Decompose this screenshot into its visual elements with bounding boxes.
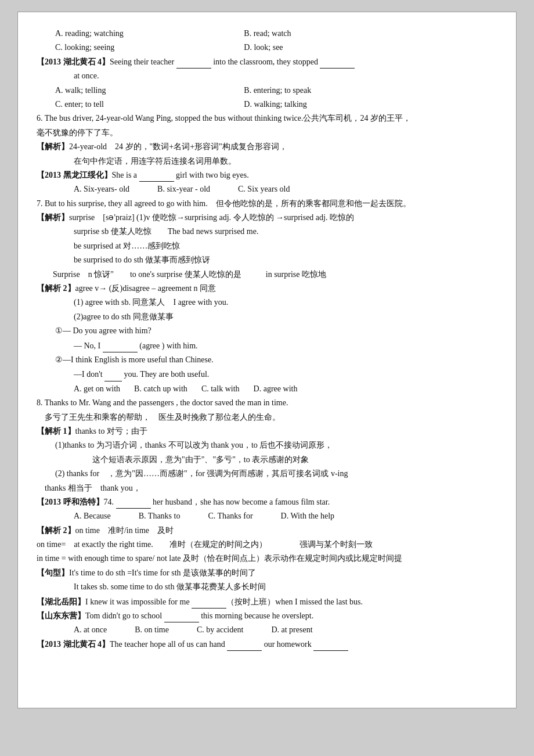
blank-10 <box>313 650 348 651</box>
blank-1 <box>176 68 211 69</box>
question-6-cont: 毫不犹豫的停下了车。 <box>37 127 497 139</box>
analysis-thanks-title: 【解析 1】thanks to 对亏；由于 <box>37 425 497 438</box>
analysis-thanks-1: (1)thanks to 为习语介词，thanks 不可以改为 thank yo… <box>37 439 497 452</box>
analysis-24-year-old: 【解析】24-year-old 24 岁的，"数词+名词+形容词"构成复合形容词… <box>37 141 497 153</box>
bracket-sentence: 【句型】 <box>37 568 69 577</box>
option-a-4: A. get on with <box>74 383 120 395</box>
analysis-24-detail: 在句中作定语，用连字符后连接名词用单数。 <box>37 155 497 168</box>
bracket-2013-hubei: 【2013 湖北黄石 4】 <box>37 57 110 66</box>
blank-2 <box>320 68 355 69</box>
analysis-2-agree-title: 【解析 2】agree v→ (反)disagree – agreement n… <box>37 282 497 295</box>
analysis-2-on-time: 【解析 2】on time 准时/in time 及时 <box>37 524 497 537</box>
question-2013-heilongjiang: 【2013 黑龙江绥化】She is a girl with two big e… <box>37 169 497 182</box>
question-8: 8. Thanks to Mr. Wang and the passengers… <box>37 397 497 409</box>
bracket-surprise: 【解析】 <box>37 213 69 222</box>
options-line-1: A. reading; watching B. read; watch <box>37 27 497 40</box>
option-d-6: D. at present <box>271 624 312 636</box>
analysis-agree-example1-ans: — No, I (agree ) with him. <box>37 339 497 352</box>
bracket-analysis: 【解析】 <box>37 142 69 151</box>
at-once: at once. <box>37 70 497 82</box>
analysis-agree-example2: ②—I think English is more useful than Ch… <box>37 354 497 366</box>
analysis-surprise-3: be surprised to do sth 做某事而感到惊讶 <box>37 254 497 267</box>
analysis-surprise-title: 【解析】surprise [sə'praiz] (1)v 使吃惊→surpris… <box>37 211 497 224</box>
option-b-4: B. catch up with <box>134 383 187 395</box>
analysis-agree-2: (2)agree to do sth 同意做某事 <box>37 311 497 323</box>
analysis-surprise-1: surprise sb 使某人吃惊 The bad news surprised… <box>37 225 497 238</box>
option-d-4: D. agree with <box>254 383 298 395</box>
analysis-it-takes: It takes sb. some time to do sth 做某事花费某人… <box>37 581 497 593</box>
analysis-surprise-4: Surprise n 惊讶" to one's surprise 使某人吃惊的是… <box>37 268 497 281</box>
option-d-1: D. look; see <box>244 41 497 54</box>
question-hubei-yueyang: 【湖北岳阳】I knew it was impossible for me （按… <box>37 595 497 609</box>
option-b-1: B. read; watch <box>244 27 497 40</box>
option-b-2: B. entering; to speak <box>244 84 497 97</box>
options-line-4: C. enter; to tell D. walking; talking <box>37 98 497 111</box>
options-six-years: A. Six-years- old B. six-year - old C. S… <box>37 183 497 196</box>
analysis-agree-1: (1) agree with sb. 同意某人 I agree with you… <box>37 296 497 309</box>
blank-8 <box>164 622 199 622</box>
analysis-thanks-3: (2) thanks for ，意为"因……而感谢"，for 强调为何而感谢，其… <box>37 467 497 480</box>
option-c-1: C. looking; seeing <box>37 41 244 54</box>
analysis-ontime-1: on time= at exactly the right time. 准时（在… <box>37 538 497 551</box>
bracket-2013-hljh: 【2013 黑龙江绥化】 <box>37 171 112 179</box>
analysis-sentence-pattern: 【句型】It's time to do sth =It's time for s… <box>37 567 497 579</box>
question-7: 7. But to his surprise, they all agreed … <box>37 197 497 210</box>
bracket-thanks: 【解析 1】 <box>37 427 75 435</box>
option-a-5: A. Because <box>74 510 111 523</box>
blank-7 <box>192 595 226 609</box>
analysis-agree-example1: ①— Do you agree with him? <box>37 325 497 337</box>
blank-5 <box>104 368 122 381</box>
question-2013-huhehaote: 【2013 呼和浩特】74. her husband，she has now b… <box>37 496 497 509</box>
question-6: 6. The bus driver, 24-year-old Wang Ping… <box>37 112 497 125</box>
bracket-sddy: 【山东东营】 <box>37 611 85 620</box>
blank-6 <box>116 508 151 509</box>
options-line-2: C. looking; seeing D. look; see <box>37 41 497 54</box>
option-a-3: A. Six-years- old <box>74 183 129 196</box>
option-b-3: B. six-year - old <box>157 183 210 196</box>
question-2013-hubei: 【2013 湖北黄石 4】Seeing their teacher into t… <box>37 56 497 69</box>
bracket-agree: 【解析 2】 <box>37 284 75 293</box>
option-a-2: A. walk; telling <box>37 84 244 97</box>
main-page: A. reading; watching B. read; watch C. l… <box>17 12 517 708</box>
question-8-cn: 多亏了王先生和乘客的帮助， 医生及时挽救了那位老人的生命。 <box>37 411 497 424</box>
bracket-2013-hubei-4: 【2013 湖北黄石 4】 <box>37 640 110 649</box>
analysis-thanks-2: 这个短语表示原因，意为"由于"、"多亏"，to 表示感谢的对象 <box>37 453 497 466</box>
options-agree: A. get on with B. catch up with C. talk … <box>37 383 497 395</box>
option-a-6: A. at once <box>74 624 107 636</box>
blank-9 <box>227 650 262 651</box>
option-a-1: A. reading; watching <box>37 27 244 40</box>
bracket-ontime: 【解析 2】 <box>37 526 75 535</box>
options-atonce: A. at once B. on time C. by accident D. … <box>37 624 497 636</box>
option-c-3: C. Six years old <box>238 183 290 196</box>
analysis-surprise-2: be surprised at 对……感到吃惊 <box>37 240 497 253</box>
option-d-5: D. With the help <box>281 510 335 523</box>
options-thanks: A. Because B. Thanks to C. Thanks for D.… <box>37 510 497 523</box>
options-line-3: A. walk; telling B. entering; to speak <box>37 84 497 97</box>
option-b-5: B. Thanks to <box>139 510 181 523</box>
option-b-6: B. on time <box>135 624 169 636</box>
blank-4 <box>103 339 138 352</box>
option-d-2: D. walking; talking <box>244 98 497 111</box>
option-c-4: C. talk with <box>201 383 240 395</box>
analysis-intime-1: in time = with enough time to spare/ not… <box>37 552 497 565</box>
question-2013-hubei-4: 【2013 湖北黄石 4】The teacher hope all of us … <box>37 638 497 651</box>
bracket-hhht: 【2013 呼和浩特】 <box>37 498 104 506</box>
analysis-thanks-4: thanks 相当于 thank you， <box>37 482 497 495</box>
option-c-6: C. by accident <box>197 624 243 636</box>
option-c-2: C. enter; to tell <box>37 98 244 111</box>
question-shandong-dongying: 【山东东营】Tom didn't go to school this morni… <box>37 610 497 622</box>
bracket-hbyy: 【湖北岳阳】 <box>37 597 85 606</box>
option-c-5: C. Thanks for <box>208 510 252 523</box>
analysis-agree-example2-ans: —I don't you. They are both useful. <box>37 368 497 381</box>
blank-3 <box>139 181 174 182</box>
